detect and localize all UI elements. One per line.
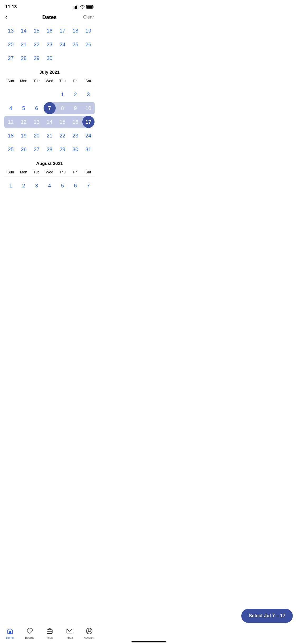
cal-day-23[interactable]: 23 (69, 129, 82, 142)
cal-day-17[interactable]: 17 (82, 115, 95, 129)
cal-day-empty (30, 88, 43, 101)
cal-day-4[interactable]: 4 (4, 101, 17, 115)
cal-day[interactable]: 14 (17, 24, 30, 38)
cal-day-empty (4, 88, 17, 101)
battery-icon (86, 5, 94, 9)
cal-day[interactable]: 25 (69, 38, 82, 51)
cal-day-22[interactable]: 22 (56, 129, 69, 142)
cal-day-1[interactable]: 1 (56, 88, 69, 101)
august-month-title: August 2021 (4, 156, 95, 169)
cal-day-30[interactable]: 30 (69, 142, 82, 156)
cal-day-14[interactable]: 14 (43, 115, 56, 129)
weekday-tue: Tue (30, 78, 43, 84)
weekday-mon: Mon (17, 78, 30, 84)
aug-cal-day-1[interactable]: 1 (4, 179, 17, 192)
weekday-mon: Mon (17, 169, 30, 175)
cal-day[interactable]: 22 (30, 38, 43, 51)
prev-month-row-1: 13 14 15 16 17 18 19 (4, 24, 95, 38)
cal-day-13[interactable]: 13 (30, 115, 43, 129)
cal-day-11[interactable]: 11 (4, 115, 17, 129)
weekday-thu: Thu (56, 78, 69, 84)
svg-rect-3 (78, 5, 78, 9)
cal-day-29[interactable]: 29 (56, 142, 69, 156)
august-weekday-row: Sun Mon Tue Wed Thu Fri Sat (4, 169, 95, 177)
cal-day-16[interactable]: 16 (69, 115, 82, 129)
back-button[interactable]: ‹ (5, 14, 16, 21)
wifi-icon (80, 5, 85, 9)
cal-day-20[interactable]: 20 (30, 129, 43, 142)
cal-day-6[interactable]: 6 (30, 101, 43, 115)
cal-day-24[interactable]: 24 (82, 129, 95, 142)
july-week-3: 11 12 13 14 15 16 (4, 115, 95, 129)
cal-day[interactable]: 29 (30, 51, 43, 65)
svg-rect-5 (93, 6, 93, 8)
cal-day-9[interactable]: 9 (69, 101, 82, 115)
august-calendar: August 2021 Sun Mon Tue Wed Thu Fri Sat … (0, 156, 99, 192)
prev-month-row-2: 20 21 22 23 24 25 26 (4, 38, 95, 51)
cal-day[interactable]: 30 (43, 51, 56, 65)
weekday-fri: Fri (69, 78, 82, 84)
cal-day[interactable]: 19 (82, 24, 95, 38)
weekday-sun: Sun (4, 169, 17, 175)
cal-day[interactable]: 15 (30, 24, 43, 38)
cal-day-7[interactable]: 7 (43, 101, 56, 115)
cal-day-18[interactable]: 18 (4, 129, 17, 142)
cal-day-26[interactable]: 26 (17, 142, 30, 156)
prev-month-rows: 13 14 15 16 17 18 19 20 21 22 23 24 25 2… (0, 24, 99, 65)
weekday-sat: Sat (82, 78, 95, 84)
cal-day[interactable]: 21 (17, 38, 30, 51)
aug-cal-day-3[interactable]: 3 (30, 179, 43, 192)
cal-day-5[interactable]: 5 (17, 101, 30, 115)
status-time: 11:13 (5, 4, 17, 10)
cal-day-31[interactable]: 31 (82, 142, 95, 156)
calendar-scroll: 13 14 15 16 17 18 19 20 21 22 23 24 25 2… (0, 24, 99, 224)
july-week-1: 1 2 3 (4, 88, 95, 101)
cal-day-12[interactable]: 12 (17, 115, 30, 129)
cal-day[interactable]: 16 (43, 24, 56, 38)
weekday-wed: Wed (43, 78, 56, 84)
cal-day[interactable]: 13 (4, 24, 17, 38)
cal-day-19[interactable]: 19 (17, 129, 30, 142)
cal-day[interactable]: 18 (69, 24, 82, 38)
july-week-2: 4 5 6 7 8 9 10 (4, 101, 95, 115)
signal-icon (74, 5, 78, 9)
status-icons (74, 5, 94, 9)
prev-month-row-3: 27 28 29 30 (4, 51, 95, 65)
cal-day-empty (69, 51, 82, 65)
cal-day-8[interactable]: 8 (56, 101, 69, 115)
cal-day-28[interactable]: 28 (43, 142, 56, 156)
header: ‹ Dates Clear (0, 12, 99, 24)
weekday-sun: Sun (4, 78, 17, 84)
aug-cal-day-4[interactable]: 4 (43, 179, 56, 192)
status-bar: 11:13 (0, 0, 99, 12)
svg-rect-1 (75, 6, 76, 9)
cal-day-25[interactable]: 25 (4, 142, 17, 156)
page-title: Dates (42, 14, 56, 20)
cal-day[interactable]: 28 (17, 51, 30, 65)
cal-day-empty (56, 51, 69, 65)
aug-cal-day-5[interactable]: 5 (56, 179, 69, 192)
svg-rect-2 (76, 6, 77, 9)
cal-day[interactable]: 26 (82, 38, 95, 51)
july-calendar: July 2021 Sun Mon Tue Wed Thu Fri Sat 1 … (0, 65, 99, 156)
aug-cal-day-6[interactable]: 6 (69, 179, 82, 192)
cal-day[interactable]: 23 (43, 38, 56, 51)
cal-day-empty (17, 88, 30, 101)
cal-day-3[interactable]: 3 (82, 88, 95, 101)
cal-day-empty (82, 51, 95, 65)
weekday-sat: Sat (82, 169, 95, 175)
cal-day[interactable]: 17 (56, 24, 69, 38)
cal-day-2[interactable]: 2 (69, 88, 82, 101)
cal-day[interactable]: 24 (56, 38, 69, 51)
cal-day-27[interactable]: 27 (30, 142, 43, 156)
cal-day-10[interactable]: 10 (82, 101, 95, 115)
weekday-thu: Thu (56, 169, 69, 175)
aug-cal-day-2[interactable]: 2 (17, 179, 30, 192)
july-week-5: 25 26 27 28 29 30 31 (4, 142, 95, 156)
aug-cal-day-7[interactable]: 7 (82, 179, 95, 192)
cal-day-15[interactable]: 15 (56, 115, 69, 129)
cal-day-21[interactable]: 21 (43, 129, 56, 142)
cal-day[interactable]: 20 (4, 38, 17, 51)
clear-button[interactable]: Clear (83, 15, 94, 20)
cal-day[interactable]: 27 (4, 51, 17, 65)
